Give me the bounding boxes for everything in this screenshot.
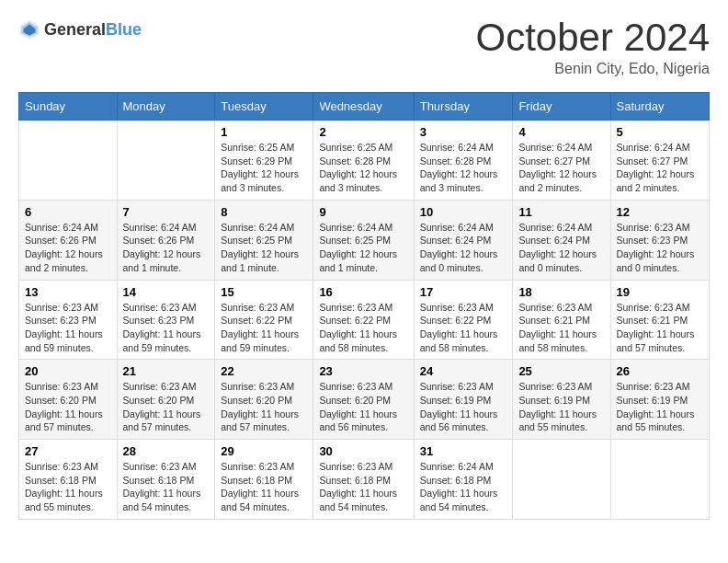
day-number: 15	[221, 285, 307, 299]
calendar-cell: 3Sunrise: 6:24 AM Sunset: 6:28 PM Daylig…	[414, 121, 513, 201]
calendar-cell: 19Sunrise: 6:23 AM Sunset: 6:21 PM Dayli…	[610, 280, 710, 360]
calendar-cell: 10Sunrise: 6:24 AM Sunset: 6:24 PM Dayli…	[414, 200, 513, 280]
day-info: Sunrise: 6:23 AM Sunset: 6:21 PM Dayligh…	[617, 301, 704, 355]
day-info: Sunrise: 6:23 AM Sunset: 6:18 PM Dayligh…	[221, 460, 307, 514]
calendar-cell: 11Sunrise: 6:24 AM Sunset: 6:24 PM Dayli…	[513, 200, 610, 280]
calendar-table: SundayMondayTuesdayWednesdayThursdayFrid…	[18, 92, 710, 520]
week-row-4: 20Sunrise: 6:23 AM Sunset: 6:20 PM Dayli…	[19, 360, 710, 440]
day-info: Sunrise: 6:23 AM Sunset: 6:19 PM Dayligh…	[617, 380, 704, 434]
day-number: 20	[25, 364, 111, 378]
day-info: Sunrise: 6:23 AM Sunset: 6:22 PM Dayligh…	[420, 301, 507, 355]
day-info: Sunrise: 6:24 AM Sunset: 6:24 PM Dayligh…	[420, 221, 507, 275]
calendar-cell: 16Sunrise: 6:23 AM Sunset: 6:22 PM Dayli…	[313, 280, 414, 360]
day-number: 28	[123, 444, 210, 458]
calendar-cell	[610, 440, 710, 520]
day-info: Sunrise: 6:23 AM Sunset: 6:18 PM Dayligh…	[123, 460, 210, 514]
day-number: 2	[319, 125, 407, 139]
header-cell-monday: Monday	[117, 93, 215, 121]
day-number: 7	[123, 205, 210, 219]
calendar-cell: 17Sunrise: 6:23 AM Sunset: 6:22 PM Dayli…	[414, 280, 513, 360]
day-info: Sunrise: 6:23 AM Sunset: 6:20 PM Dayligh…	[221, 380, 307, 434]
day-info: Sunrise: 6:24 AM Sunset: 6:26 PM Dayligh…	[123, 221, 210, 275]
calendar-cell	[19, 121, 118, 201]
day-info: Sunrise: 6:23 AM Sunset: 6:20 PM Dayligh…	[319, 380, 407, 434]
day-number: 11	[518, 205, 604, 219]
calendar-cell: 12Sunrise: 6:23 AM Sunset: 6:23 PM Dayli…	[610, 200, 710, 280]
day-number: 13	[25, 285, 111, 299]
day-number: 10	[420, 205, 507, 219]
calendar-cell: 6Sunrise: 6:24 AM Sunset: 6:26 PM Daylig…	[19, 200, 118, 280]
header-cell-saturday: Saturday	[610, 93, 710, 121]
day-info: Sunrise: 6:24 AM Sunset: 6:28 PM Dayligh…	[420, 141, 507, 195]
calendar-cell: 27Sunrise: 6:23 AM Sunset: 6:18 PM Dayli…	[19, 440, 118, 520]
day-info: Sunrise: 6:24 AM Sunset: 6:27 PM Dayligh…	[617, 141, 704, 195]
logo-general: General	[44, 20, 106, 39]
calendar-cell: 13Sunrise: 6:23 AM Sunset: 6:23 PM Dayli…	[19, 280, 118, 360]
day-number: 25	[518, 364, 604, 378]
logo: GeneralBlue	[18, 18, 142, 40]
day-number: 1	[221, 125, 307, 139]
day-info: Sunrise: 6:24 AM Sunset: 6:27 PM Dayligh…	[518, 141, 604, 195]
day-info: Sunrise: 6:23 AM Sunset: 6:23 PM Dayligh…	[25, 301, 111, 355]
day-info: Sunrise: 6:25 AM Sunset: 6:29 PM Dayligh…	[221, 141, 307, 195]
day-number: 14	[123, 285, 210, 299]
day-info: Sunrise: 6:23 AM Sunset: 6:18 PM Dayligh…	[319, 460, 407, 514]
calendar-cell: 26Sunrise: 6:23 AM Sunset: 6:19 PM Dayli…	[610, 360, 710, 440]
header-row: SundayMondayTuesdayWednesdayThursdayFrid…	[19, 93, 710, 121]
week-row-5: 27Sunrise: 6:23 AM Sunset: 6:18 PM Dayli…	[19, 440, 710, 520]
day-info: Sunrise: 6:23 AM Sunset: 6:22 PM Dayligh…	[221, 301, 307, 355]
calendar-cell	[117, 121, 215, 201]
calendar-cell: 24Sunrise: 6:23 AM Sunset: 6:19 PM Dayli…	[414, 360, 513, 440]
calendar-cell: 8Sunrise: 6:24 AM Sunset: 6:25 PM Daylig…	[215, 200, 313, 280]
day-number: 22	[221, 364, 307, 378]
calendar-cell: 28Sunrise: 6:23 AM Sunset: 6:18 PM Dayli…	[117, 440, 215, 520]
day-info: Sunrise: 6:24 AM Sunset: 6:25 PM Dayligh…	[221, 221, 307, 275]
day-number: 16	[319, 285, 407, 299]
day-info: Sunrise: 6:23 AM Sunset: 6:21 PM Dayligh…	[518, 301, 604, 355]
calendar-cell: 29Sunrise: 6:23 AM Sunset: 6:18 PM Dayli…	[215, 440, 313, 520]
day-info: Sunrise: 6:23 AM Sunset: 6:20 PM Dayligh…	[25, 380, 111, 434]
day-info: Sunrise: 6:24 AM Sunset: 6:26 PM Dayligh…	[25, 221, 111, 275]
day-number: 18	[518, 285, 604, 299]
calendar-cell: 15Sunrise: 6:23 AM Sunset: 6:22 PM Dayli…	[215, 280, 313, 360]
header-cell-sunday: Sunday	[19, 93, 118, 121]
day-info: Sunrise: 6:23 AM Sunset: 6:22 PM Dayligh…	[319, 301, 407, 355]
calendar-cell: 7Sunrise: 6:24 AM Sunset: 6:26 PM Daylig…	[117, 200, 215, 280]
calendar-cell: 31Sunrise: 6:24 AM Sunset: 6:18 PM Dayli…	[414, 440, 513, 520]
day-number: 23	[319, 364, 407, 378]
calendar-cell: 21Sunrise: 6:23 AM Sunset: 6:20 PM Dayli…	[117, 360, 215, 440]
logo-blue: Blue	[106, 20, 142, 39]
week-row-3: 13Sunrise: 6:23 AM Sunset: 6:23 PM Dayli…	[19, 280, 710, 360]
day-number: 24	[420, 364, 507, 378]
day-number: 27	[25, 444, 111, 458]
calendar-cell: 2Sunrise: 6:25 AM Sunset: 6:28 PM Daylig…	[313, 121, 414, 201]
day-number: 9	[319, 205, 407, 219]
calendar-cell: 25Sunrise: 6:23 AM Sunset: 6:19 PM Dayli…	[513, 360, 610, 440]
day-info: Sunrise: 6:23 AM Sunset: 6:18 PM Dayligh…	[25, 460, 111, 514]
day-number: 5	[617, 125, 704, 139]
calendar-cell: 23Sunrise: 6:23 AM Sunset: 6:20 PM Dayli…	[313, 360, 414, 440]
day-info: Sunrise: 6:23 AM Sunset: 6:23 PM Dayligh…	[617, 221, 704, 275]
header-cell-thursday: Thursday	[414, 93, 513, 121]
location-subtitle: Benin City, Edo, Nigeria	[475, 61, 710, 77]
day-number: 6	[25, 205, 111, 219]
header-cell-tuesday: Tuesday	[215, 93, 313, 121]
header-cell-wednesday: Wednesday	[313, 93, 414, 121]
day-info: Sunrise: 6:25 AM Sunset: 6:28 PM Dayligh…	[319, 141, 407, 195]
day-number: 30	[319, 444, 407, 458]
day-number: 21	[123, 364, 210, 378]
calendar-cell: 14Sunrise: 6:23 AM Sunset: 6:23 PM Dayli…	[117, 280, 215, 360]
month-title: October 2024	[475, 18, 710, 57]
week-row-1: 1Sunrise: 6:25 AM Sunset: 6:29 PM Daylig…	[19, 121, 710, 201]
calendar-cell: 1Sunrise: 6:25 AM Sunset: 6:29 PM Daylig…	[215, 121, 313, 201]
calendar-cell	[513, 440, 610, 520]
day-info: Sunrise: 6:23 AM Sunset: 6:19 PM Dayligh…	[518, 380, 604, 434]
day-info: Sunrise: 6:24 AM Sunset: 6:24 PM Dayligh…	[518, 221, 604, 275]
day-number: 31	[420, 444, 507, 458]
page-header: GeneralBlue October 2024 Benin City, Edo…	[18, 18, 710, 77]
calendar-cell: 30Sunrise: 6:23 AM Sunset: 6:18 PM Dayli…	[313, 440, 414, 520]
day-number: 26	[617, 364, 704, 378]
day-number: 3	[420, 125, 507, 139]
day-number: 17	[420, 285, 507, 299]
day-info: Sunrise: 6:23 AM Sunset: 6:20 PM Dayligh…	[123, 380, 210, 434]
